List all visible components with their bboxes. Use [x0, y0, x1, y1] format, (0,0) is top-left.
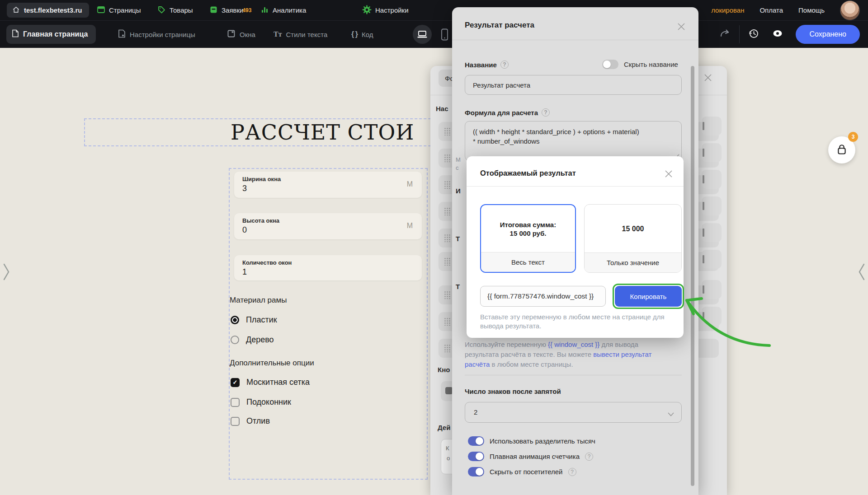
help-icon[interactable]: [542, 108, 550, 117]
nav-pages[interactable]: Страницы: [97, 0, 141, 20]
thousands-toggle[interactable]: [468, 436, 484, 446]
avatar[interactable]: [840, 0, 860, 20]
help-icon[interactable]: [585, 453, 593, 461]
field-window-width[interactable]: Ширина окна 3 М: [234, 172, 422, 198]
next-page-chevron-icon[interactable]: [858, 263, 865, 283]
history-icon[interactable]: [748, 28, 760, 41]
formula-label-row: Формула для расчета: [465, 108, 550, 117]
drag-handle-icon[interactable]: [444, 291, 450, 299]
checkbox-checked-icon[interactable]: [231, 378, 240, 387]
checkbox-unchecked-icon[interactable]: [231, 398, 240, 407]
radio-checked-icon[interactable]: [231, 316, 239, 324]
field-window-height[interactable]: Высота окна 0 М: [234, 213, 422, 239]
hide-name-label: Скрыть название: [624, 61, 678, 68]
checkbox-mosquito-net[interactable]: Москитная сетка: [231, 378, 310, 387]
drag-handle-icon[interactable]: [444, 127, 450, 135]
field-window-count[interactable]: Количество окон 1: [234, 255, 422, 280]
desktop-view-button[interactable]: [413, 25, 432, 44]
popup-title: Отображаемый результат: [480, 169, 576, 177]
panel-close-icon[interactable]: [703, 73, 712, 82]
popup-close-icon[interactable]: [665, 170, 673, 178]
mobile-view-button[interactable]: [441, 28, 448, 42]
save-button[interactable]: Сохранено: [796, 25, 860, 44]
tab-windows[interactable]: Окна: [227, 21, 255, 48]
field-action-row[interactable]: [702, 196, 722, 215]
nav-settings[interactable]: Настройки: [362, 0, 409, 20]
decimals-select[interactable]: 2: [465, 402, 682, 423]
hint-variable: {{ window_cost }}: [548, 341, 599, 348]
radio-unchecked-icon[interactable]: [231, 336, 239, 344]
checkbox-windowsill[interactable]: Подоконник: [231, 397, 291, 407]
checkbox-drip[interactable]: Отлив: [231, 416, 270, 426]
site-switcher[interactable]: test.flexbetest3.ru: [7, 3, 89, 18]
option-card-full-text[interactable]: Итоговая сумма: 15 000 руб. Весь текст: [480, 204, 576, 273]
blocked-status[interactable]: локирован: [711, 6, 744, 14]
help-icon[interactable]: [500, 61, 509, 69]
field-action-row[interactable]: [702, 250, 722, 269]
code-icon: { }: [351, 30, 358, 38]
radio-wood[interactable]: Дерево: [231, 335, 274, 345]
trash-icon[interactable]: [703, 312, 704, 320]
clipped-text-fragment: с: [456, 164, 459, 171]
field-action-row[interactable]: [702, 280, 722, 299]
field-action-row[interactable]: [702, 117, 722, 135]
tab-label: Стили текста: [286, 31, 328, 38]
drag-handle-icon[interactable]: [444, 181, 450, 189]
trash-icon[interactable]: [703, 255, 704, 263]
trash-icon[interactable]: [703, 285, 704, 294]
tab-text-styles[interactable]: Tт Стили текста: [274, 21, 327, 48]
radio-label: Дерево: [246, 335, 274, 345]
button-icon: [445, 387, 453, 394]
nav-products[interactable]: Товары: [157, 0, 193, 20]
nav-leads[interactable]: Заявки 493: [209, 0, 243, 20]
trash-icon[interactable]: [703, 229, 704, 237]
toggle-label: Использовать разделитель тысяч: [490, 437, 595, 445]
prev-page-chevron-icon[interactable]: [3, 263, 10, 283]
name-label-row: Название: [465, 61, 509, 69]
name-input[interactable]: Результат расчета: [465, 75, 682, 95]
field-value: 1: [242, 267, 247, 277]
checkbox-group-label: Дополнительные опции: [230, 359, 314, 368]
name-label: Название: [465, 61, 497, 69]
nav-analytics[interactable]: Аналитика: [260, 0, 306, 20]
copy-button[interactable]: Копировать: [615, 286, 682, 307]
help-icon[interactable]: [568, 468, 576, 476]
tab-label: Настройки страницы: [130, 31, 195, 38]
tab-code[interactable]: { } Код: [351, 21, 373, 48]
redo-icon[interactable]: [719, 28, 731, 41]
field-action-row[interactable]: [702, 307, 722, 326]
trash-icon[interactable]: [703, 149, 704, 157]
field-action-row[interactable]: [702, 170, 722, 189]
drag-handle-icon[interactable]: [444, 207, 450, 215]
tab-page-settings[interactable]: Настройки страницы: [118, 21, 195, 48]
nav-help[interactable]: Помощь: [798, 6, 825, 14]
nav-label: Аналитика: [273, 6, 306, 14]
field-action-row[interactable]: [702, 223, 722, 242]
trash-icon[interactable]: [703, 175, 704, 183]
card-line1: Итоговая сумма:: [500, 220, 556, 229]
current-page-pill[interactable]: Главная страница: [6, 25, 96, 44]
analytics-icon: [260, 5, 269, 15]
drag-handle-icon[interactable]: [444, 234, 450, 242]
radio-plastic[interactable]: Пластик: [231, 315, 277, 325]
hide-name-toggle[interactable]: [602, 60, 618, 69]
trash-icon[interactable]: [703, 202, 704, 210]
drag-handle-icon[interactable]: [444, 257, 450, 266]
nav-payment[interactable]: Оплата: [760, 6, 783, 14]
preview-eye-icon[interactable]: [771, 28, 784, 40]
animation-toggle[interactable]: [468, 452, 484, 461]
option-card-value-only[interactable]: 15 000 Только значение: [584, 204, 682, 273]
dialog-close-icon[interactable]: [677, 23, 685, 31]
drag-handle-icon[interactable]: [444, 344, 450, 352]
trash-icon[interactable]: [703, 122, 704, 130]
drag-handle-icon[interactable]: [444, 154, 450, 162]
nav-label-wrap: Заявки 493: [222, 6, 243, 14]
checkbox-unchecked-icon[interactable]: [231, 417, 240, 426]
drag-handle-icon[interactable]: [444, 318, 450, 326]
hide-visitors-toggle[interactable]: [468, 467, 484, 476]
field-action-row[interactable]: [702, 143, 722, 162]
radio-group-label: Материал рамы: [230, 296, 287, 305]
variable-input[interactable]: {{ form.778757476.window_cost }}: [480, 286, 606, 307]
dialog-scrollbar[interactable]: [691, 66, 694, 486]
formula-textarea[interactable]: (( width * height * standard_price ) + o…: [465, 121, 682, 161]
